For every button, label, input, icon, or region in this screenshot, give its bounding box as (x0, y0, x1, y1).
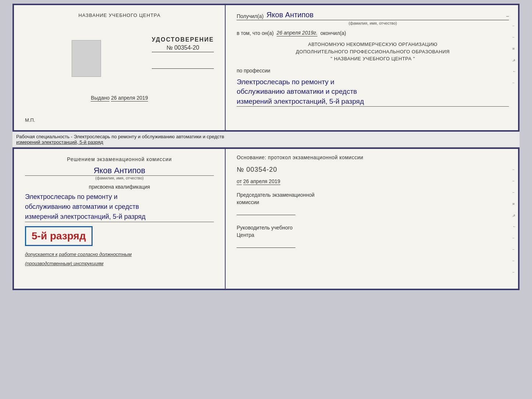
org-line3: " НАЗВАНИЕ УЧЕБНОГО ЦЕНТРА " (237, 55, 509, 63)
chairman-signature-line (237, 208, 295, 215)
cert-intro-line: в том, что он(а) 26 апреля 2019г. окончи… (237, 30, 509, 36)
prof-line1: Электрослесарь по ремонту и (237, 77, 509, 87)
protocol-date-line: от 26 апреля 2019 (237, 178, 509, 184)
допускается-text: допускается к (25, 252, 58, 257)
mp-line: М.П. (25, 117, 35, 123)
recipient-subtitle: (фамилия, имя, отчество) (237, 21, 509, 25)
инструкции-line: (производственным) инструкциям (25, 261, 214, 266)
left-arrow: ← (513, 69, 516, 73)
profession-text: Электрослесарь по ремонту и обслуживанию… (237, 77, 509, 107)
qualification-label: присвоена квалификация (25, 184, 214, 190)
qual-line2: обслуживанию автоматики и средств (25, 202, 214, 212)
director-block: Руководитель учебного Центра (237, 224, 509, 248)
top-diploma-spread: НАЗВАНИЕ УЧЕБНОГО ЦЕНТРА УДОСТОВЕРЕНИЕ №… (12, 4, 520, 132)
photo-placeholder (72, 40, 101, 77)
issued-date: 26 апреля 2019 (111, 95, 148, 101)
dash-b2: – (513, 179, 516, 183)
dash-b7: – (513, 270, 516, 274)
dash-b5: – (513, 247, 516, 251)
middle-text1: Рабочая специальность - Электрослесарь п… (16, 134, 516, 139)
middle-strip: Рабочая специальность - Электрослесарь п… (12, 132, 520, 147)
side-decorations-bottom: – – – и ,а ← – – – – (513, 167, 516, 274)
prof-line2: обслуживанию автоматики и средств (237, 87, 509, 97)
prof-line3: измерений электростанций, 5-й разряд (237, 97, 509, 107)
issued-line: Выдано 26 апреля 2019 (91, 95, 148, 101)
qual-line1: Электрослесарь по ремонту и (25, 192, 214, 202)
и-mark-b: и (513, 202, 516, 206)
protocol-date: 26 апреля 2019 (243, 178, 280, 185)
dash-b3: – (513, 190, 516, 194)
grade-text: 5-й разряд (32, 230, 86, 242)
chairman-label1: Председатель экзаменационной (237, 192, 509, 199)
org-line1: АВТОНОМНУЮ НЕКОММЕРЧЕСКУЮ ОРГАНИЗАЦИЮ (237, 41, 509, 48)
recipient-name: Яков Антипов (266, 11, 503, 19)
document-container: НАЗВАНИЕ УЧЕБНОГО ЦЕНТРА УДОСТОВЕРЕНИЕ №… (12, 4, 520, 290)
from-label: от (237, 178, 242, 185)
work-link: работе согласно должностным (59, 252, 132, 257)
director-signature-line (237, 241, 295, 248)
и-mark: и (513, 46, 516, 50)
dash2: – (513, 35, 516, 39)
dash1: – (513, 24, 516, 28)
а-mark-b: ,а (513, 213, 516, 217)
допускается-link: работе согласно должностным (59, 252, 132, 257)
profession-label: по профессии (237, 68, 509, 74)
допускается-line: допускается к работе согласно должностны… (25, 252, 214, 257)
protocol-number: № 00354-20 (237, 166, 509, 174)
dash-b1: – (513, 167, 516, 171)
cert-intro-text: в том, что он(а) (237, 30, 274, 36)
top-left-panel: НАЗВАНИЕ УЧЕБНОГО ЦЕНТРА УДОСТОВЕРЕНИЕ №… (14, 5, 226, 130)
recipient-line: Получил(а) Яков Антипов – (237, 11, 509, 20)
инструкции-text: (производственным) инструкциям (25, 261, 104, 266)
top-right-panel: Получил(а) Яков Антипов – (фамилия, имя,… (226, 5, 518, 130)
director-label1: Руководитель учебного (237, 224, 509, 232)
person-subtitle: (фамилия, имя, отчество) (95, 176, 144, 180)
chairman-label2: комиссии (237, 199, 509, 206)
grade-badge-container: 5-й разряд (25, 224, 214, 248)
qualification-text: Электрослесарь по ремонту и обслуживанию… (25, 192, 214, 222)
cert-title: УДОСТОВЕРЕНИЕ (152, 36, 214, 43)
dash-b4: – (513, 236, 516, 240)
person-name: Яков Антипов (25, 166, 214, 176)
school-name-top: НАЗВАНИЕ УЧЕБНОГО ЦЕНТРА (78, 13, 160, 18)
director-label2: Центра (237, 232, 509, 239)
bottom-right-panel: Основание: протокол экзаменационной коми… (226, 149, 518, 289)
basis-label: Основание: протокол экзаменационной коми… (237, 154, 509, 160)
recipient-dash: – (506, 13, 509, 19)
org-block: АВТОНОМНУЮ НЕКОММЕРЧЕСКУЮ ОРГАНИЗАЦИЮ ДО… (237, 41, 509, 63)
side-decorations-top: – – и ,а ← – (513, 24, 516, 85)
bottom-diploma-spread: Решением экзаменационной комиссии Яков А… (12, 147, 520, 290)
cert-finished: окончил(а) (320, 30, 346, 36)
issued-label: Выдано (91, 95, 109, 101)
а-mark: ,а (513, 58, 516, 62)
cert-number: № 00354-20 (152, 44, 214, 52)
qual-line3: измерений электростанций, 5-й разряд (25, 212, 214, 222)
recipient-label: Получил(а) (237, 13, 263, 19)
grade-badge: 5-й разряд (25, 226, 93, 246)
cert-date: 26 апреля 2019г. (277, 30, 317, 36)
left-arrow-b: ← (513, 224, 516, 228)
bottom-left-panel: Решением экзаменационной комиссии Яков А… (14, 149, 226, 289)
dash-b6: – (513, 259, 516, 263)
org-line2: ДОПОЛНИТЕЛЬНОГО ПРОФЕССИОНАЛЬНОГО ОБРАЗО… (237, 48, 509, 56)
decision-title: Решением экзаменационной комиссии (25, 156, 214, 162)
cert-title-section: УДОСТОВЕРЕНИЕ № 00354-20 (152, 36, 214, 69)
middle-text2: измерений электростанций, 5-й разряд (16, 139, 516, 145)
dash3: – (513, 81, 516, 85)
chairman-block: Председатель экзаменационной комиссии (237, 192, 509, 215)
